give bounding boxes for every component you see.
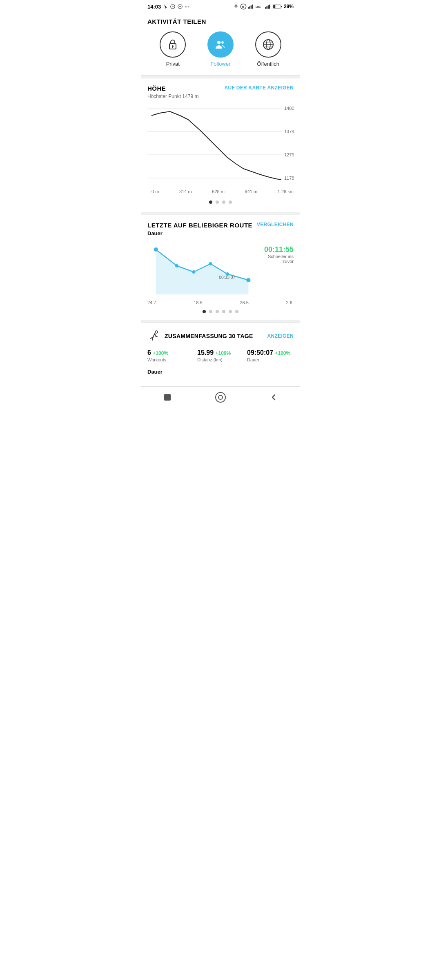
letzte-chart-wrapper: 00:33:07 00:11:55 Schneller alszuvor 24.… [147,241,294,307]
svg-rect-5 [249,6,250,9]
letzte-dot-3[interactable] [216,310,219,313]
follower-label: Follower [210,61,230,67]
date-2: 18.5. [194,300,203,305]
letzte-section: LETZTE AUF BELIEBIGER ROUTE VERGLEICHEN … [141,215,300,320]
svg-rect-7 [252,4,253,9]
svg-point-17 [172,45,174,47]
dauer-number: 09:50:07 [247,349,273,356]
distanz-number: 15.99 [197,349,214,356]
privat-label: Privat [166,61,180,67]
stat-workouts-value: 6 +100% [147,349,194,356]
followers-icon [214,38,227,51]
x-label-2: 628 m [212,189,225,194]
divider-2 [141,212,300,215]
dot-4[interactable] [229,200,232,204]
svg-text:1279: 1279 [284,152,294,157]
square-icon [163,392,172,402]
letzte-svg: 00:33:07 [147,241,257,298]
time: 14:03 [147,4,161,10]
nav-back-button[interactable] [268,392,279,403]
stat-workouts: 6 +100% Workouts [147,349,194,362]
more-dots: ··· [185,4,189,10]
letzte-dot-2[interactable] [209,310,212,313]
svg-rect-9 [265,7,266,9]
divider-1 [141,75,300,78]
nav-home-button[interactable] [215,392,226,403]
date-1: 24.7. [147,300,157,305]
nav-square-button[interactable] [162,392,173,403]
svg-text:LTE+: LTE+ [256,6,261,8]
dot-1[interactable] [209,200,212,204]
svg-text:1379: 1379 [284,129,294,134]
globe-icon [262,38,275,51]
letzte-title: LETZTE AUF BELIEBIGER ROUTE [147,222,252,229]
dauer-label: Dauer [147,230,294,236]
hoehe-subtitle: Höchster Punkt 1479 m [147,94,294,99]
share-section: AKTIVITÄT TEILEN Privat [141,11,300,75]
share-option-follower[interactable]: Follower [207,31,234,67]
fast-time: 00:11:55 [264,245,294,254]
dot-2[interactable] [216,200,219,204]
stat-dauer-value: 09:50:07 +100% [247,349,294,356]
zusammen-title: ZUSAMMENFASSUNG 30 TAGE [165,333,253,339]
svg-rect-14 [281,6,282,7]
svg-text:00:33:07: 00:33:07 [219,275,235,280]
location-icon [163,4,168,9]
fast-text: Schneller alszuvor [264,254,294,264]
elevation-svg: 1480 1379 1279 1178 [147,104,294,186]
workouts-percent: +100% [153,350,168,356]
zusammen-action[interactable]: ANZEIGEN [267,333,294,339]
divider-3 [141,320,300,323]
svg-marker-34 [156,249,249,294]
svg-point-42 [155,331,158,333]
svg-point-37 [192,270,195,274]
letzte-dot-4[interactable] [222,310,225,313]
share-option-oeffentlich[interactable]: Öffentlich [255,31,281,67]
running-icon [147,330,160,343]
hoehe-title: HÖHE [147,85,166,92]
svg-point-19 [217,41,220,44]
follower-icon-circle [207,31,234,58]
svg-rect-11 [268,5,269,9]
hoehe-action[interactable]: AUF DER KARTE ANZEIGEN [225,85,294,91]
date-3: 26.5. [240,300,249,305]
svg-rect-43 [164,394,171,401]
workouts-label: Workouts [147,357,194,362]
letzte-dot-1[interactable] [203,310,206,313]
svg-point-44 [216,392,225,402]
share-options: Privat Follower [141,31,300,67]
zusammen-title-row: ZUSAMMENFASSUNG 30 TAGE [147,330,253,343]
elevation-chart: 1480 1379 1279 1178 [147,104,294,186]
svg-text:1178: 1178 [284,176,294,180]
letzte-action[interactable]: VERGLEICHEN [257,222,294,227]
svg-rect-6 [251,5,252,9]
signal-icon-1 [248,4,254,9]
letzte-dot-5[interactable] [229,310,232,313]
status-left: 14:03 ··· [147,4,189,10]
privat-icon-circle [160,31,186,58]
svg-point-36 [175,264,178,267]
date-4: 2.6. [286,300,294,305]
letzte-pagination [147,308,294,316]
battery-icon [273,4,283,9]
svg-point-20 [221,41,224,44]
x-label-4: 1.26 km [278,189,294,194]
letzte-chart: 00:33:07 [147,241,257,298]
letzte-dot-6[interactable] [235,310,238,313]
oeffentlich-label: Öffentlich [257,61,279,67]
fast-comparison: 00:11:55 Schneller alszuvor [264,245,294,264]
svg-rect-10 [266,6,267,9]
zusammen-section: ZUSAMMENFASSUNG 30 TAGE ANZEIGEN 6 +100%… [141,323,300,386]
share-option-privat[interactable]: Privat [160,31,186,67]
battery-percent: 29% [284,4,294,9]
dauer-label-stat: Dauer [247,357,294,362]
bottom-nav [141,386,300,411]
app-icon-2 [177,4,183,9]
x-label-3: 941 m [245,189,258,194]
svg-point-35 [154,247,158,252]
x-label-0: 0 m [151,189,159,194]
hoehe-pagination [147,199,294,207]
date-labels: 24.7. 18.5. 26.5. 2.6. [147,298,294,307]
dot-3[interactable] [222,200,225,204]
x-axis-labels: 0 m 314 m 628 m 941 m 1.26 km [147,189,294,194]
